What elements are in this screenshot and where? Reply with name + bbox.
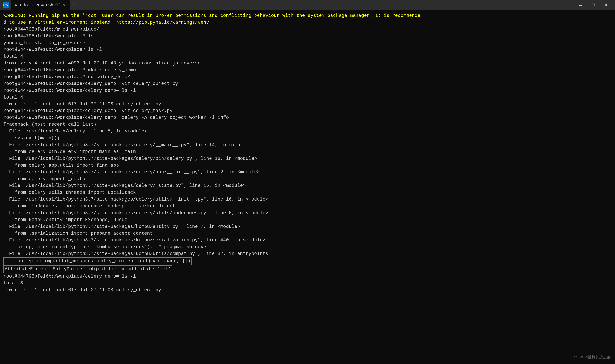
window-controls: — ☐ ✕ [574,0,613,10]
active-tab[interactable]: Windows PowerShell ✕ [11,0,70,10]
traceback-9: File "/usr/local/lib/python3.7/site-pack… [3,183,246,188]
warning-text: WARNING: Running pip as the 'root' user … [3,13,420,25]
traceback-8: from celery import _state [3,176,85,182]
watermark: CSDN @跳舞的皮皮虾 [574,355,611,360]
new-tab-button[interactable]: + [70,0,78,10]
cmd-line-2: root@644795bfe16b:/workplace# ls [3,34,93,39]
powershell-window: PS Windows PowerShell ✕ + ⌄ — ☐ ✕ WARNIN… [0,0,615,364]
traceback-2: sys.exit(main()) [3,135,60,141]
traceback-header: Traceback (most recent call last): [3,122,99,127]
cmd-line-7: root@644795bfe16b:/workplace/celery_demo… [3,88,136,93]
traceback-12: from .nodenames import nodename, nodespl… [3,204,175,209]
close-button[interactable]: ✕ [600,0,613,10]
traceback-6: from celery.app.utils import find_app [3,163,119,168]
traceback-3: File "/usr/local/lib/python3.7/site-pack… [3,142,240,148]
traceback-19: File "/usr/local/lib/python3.7/site-pack… [3,251,268,257]
output-line-2: total 4 [3,54,23,59]
dropdown-button[interactable]: ⌄ [78,0,87,10]
traceback-4: from celery.bin.celery import main as _m… [3,149,136,155]
output-line-5: -rw-r--r-- 1 root root 617 Jul 27 11:08 … [3,102,161,107]
cmd-line-3: root@644795bfe16b:/workplace# ls -l [3,47,102,52]
traceback-17: File "/usr/local/lib/python3.7/site-pack… [3,237,265,243]
cmd-line-6: root@644795bfe16b:/workplace/celery_demo… [3,81,178,86]
terminal-body[interactable]: WARNING: Running pip as the 'root' user … [0,10,615,364]
cmd-line-5: root@644795bfe16b:/workplace# cd celery_… [3,74,130,79]
traceback-7: File "/usr/local/lib/python3.7/site-pack… [3,169,260,175]
traceback-18: for ep, args in entrypoints('kombu.seria… [3,244,209,250]
traceback-1: File "/usr/local/bin/celery", line 8, in… [3,129,147,134]
cmd-line-4: root@644795bfe16b:/workplace# mkdir cele… [3,67,136,73]
traceback-11: File "/usr/local/lib/python3.7/site-pack… [3,197,268,202]
output-line-1: youdao_translation_js_reverse [3,40,85,46]
output-line-4: total 4 [3,95,23,100]
traceback-13: File "/usr/local/lib/python3.7/site-pack… [3,210,268,216]
output-line-6: total 8 [3,281,23,286]
traceback-15: File "/usr/local/lib/python3.7/site-pack… [3,224,240,229]
title-bar: PS Windows PowerShell ✕ + ⌄ — ☐ ✕ [0,0,615,10]
terminal-output: WARNING: Running pip as the 'root' user … [3,12,612,294]
close-tab-button[interactable]: ✕ [63,3,65,7]
traceback-16: from .serialization import prepare_accep… [3,231,153,236]
cmd-line-1: root@644795bfe16b:/# cd workplace/ [3,27,99,32]
cmd-line-9: root@644795bfe16b:/workplace/celery_demo… [3,115,229,120]
cmd-line-8: root@644795bfe16b:/workplace/celery_demo… [3,108,172,114]
output-line-3: drwxr-xr-x 4 root root 4096 Jul 27 10:48… [3,61,201,66]
maximize-button[interactable]: ☐ [587,0,600,10]
app-icon: PS [2,2,9,8]
traceback-14: from kombu.entity import Exchange, Queue [3,217,127,222]
traceback-10: from celery.utils.threads import LocalSt… [3,190,136,195]
error-line: AttributeError: 'EntryPoints' object has… [3,265,172,273]
traceback-5: File "/usr/local/lib/python3.7/site-pack… [3,156,257,161]
cmd-line-10: root@644795bfe16b:/workplace/celery_demo… [3,274,136,279]
highlight-line: for ep in importlib_metadata.entry_point… [3,257,192,265]
output-line-7: -rw-r--r-- 1 root root 617 Jul 27 11:08 … [3,287,161,293]
tab-label: Windows PowerShell [15,3,61,8]
minimize-button[interactable]: — [574,0,587,10]
